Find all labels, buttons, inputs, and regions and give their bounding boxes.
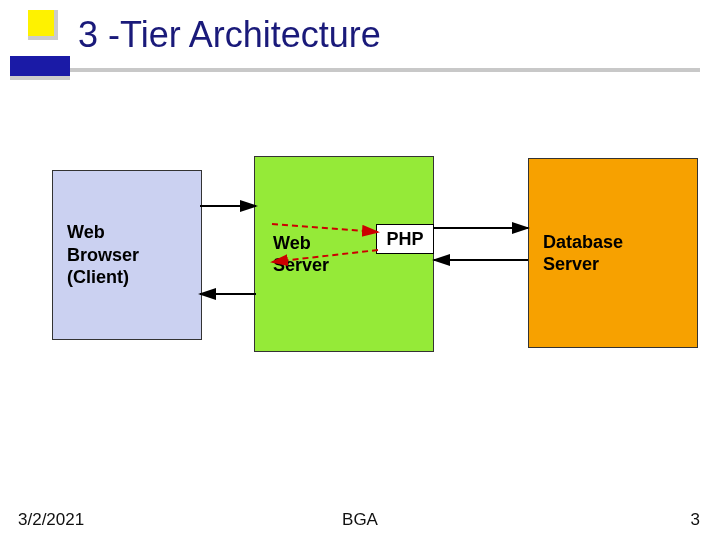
- php-label: PHP: [386, 229, 423, 250]
- header-accent-bar: [10, 56, 70, 80]
- tier-client-box: Web Browser (Client): [52, 170, 202, 340]
- tier-webserver-label: Web Server: [273, 232, 329, 277]
- footer-center: BGA: [0, 510, 720, 530]
- tier-database-box: Database Server: [528, 158, 698, 348]
- header-accent-square: [28, 10, 58, 40]
- tier-webserver-box: Web Server: [254, 156, 434, 352]
- tier-client-label: Web Browser (Client): [67, 221, 139, 289]
- php-box: PHP: [376, 224, 434, 254]
- footer-page-number: 3: [691, 510, 700, 530]
- tier-database-label: Database Server: [543, 231, 623, 276]
- slide: { "title": "3 -Tier Architecture", "tier…: [0, 0, 720, 540]
- page-title: 3 -Tier Architecture: [78, 14, 381, 56]
- header-rule: [70, 68, 700, 72]
